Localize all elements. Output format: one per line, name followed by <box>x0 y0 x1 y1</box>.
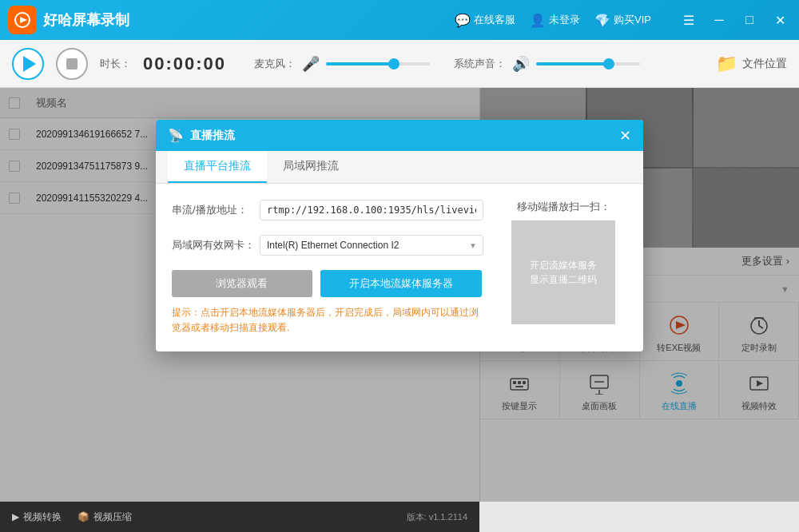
browse-btn[interactable]: 浏览器观看 <box>172 270 312 297</box>
tab-lan[interactable]: 局域网推流 <box>267 151 355 183</box>
window-controls: ☰ ─ □ ✕ <box>678 9 791 31</box>
sys-audio-section: 系统声音： 🔊 <box>454 55 640 73</box>
bottom-bar: ▶ 视频转换 📦 视频压缩 版本: v1.1.2114 <box>0 502 479 532</box>
nic-select[interactable]: Intel(R) Ethernet Connection I2 <box>260 235 483 256</box>
tab-platform[interactable]: 直播平台推流 <box>168 151 267 183</box>
video-compress-btn[interactable]: 📦 视频压缩 <box>78 510 132 524</box>
folder-icon: 📁 <box>716 54 737 74</box>
minimize-btn[interactable]: ─ <box>708 9 730 31</box>
mic-slider[interactable] <box>326 62 430 66</box>
dialog-title-icon: 📡 <box>168 128 184 143</box>
dialog-tabs: 直播平台推流 局域网推流 <box>156 151 643 184</box>
qr-code-area: 开启流媒体服务 显示直播二维码 <box>511 220 615 324</box>
start-service-btn[interactable]: 开启本地流媒体服务器 <box>320 270 483 297</box>
dialog-title-bar: 📡 直播推流 ✕ <box>156 120 643 151</box>
dialog-title: 直播推流 <box>190 129 235 143</box>
app-logo <box>8 6 37 34</box>
title-bar: 好哈屏幕录制 💬 在线客服 👤 未登录 💎 购买VIP ☰ ─ □ ✕ <box>0 0 799 40</box>
mic-label: 麦克风： <box>254 57 296 71</box>
title-bar-right: 💬 在线客服 👤 未登录 💎 购买VIP ☰ ─ □ ✕ <box>455 9 791 31</box>
record-button[interactable] <box>12 48 44 80</box>
online-service-btn[interactable]: 💬 在线客服 <box>455 13 515 28</box>
version-text: 版本: v1.1.2114 <box>407 511 467 523</box>
maximize-btn[interactable]: □ <box>738 9 761 31</box>
vip-icon: 💎 <box>594 13 610 28</box>
qr-service-text: 开启流媒体服务 显示直播二维码 <box>530 258 597 287</box>
nic-row: 局域网有效网卡： Intel(R) Ethernet Connection I2… <box>172 235 483 256</box>
user-icon: 👤 <box>530 13 546 28</box>
stream-url-input[interactable] <box>260 200 483 220</box>
action-btn-row: 浏览器观看 开启本地流媒体服务器 <box>172 270 483 297</box>
svg-marker-1 <box>20 17 27 23</box>
stop-icon <box>66 58 78 69</box>
app-title: 好哈屏幕录制 <box>43 10 129 30</box>
livestream-dialog: 📡 直播推流 ✕ 直播平台推流 局域网推流 串流/播放地址： 局域网有效网卡： … <box>156 120 643 351</box>
dialog-left: 串流/播放地址： 局域网有效网卡： Intel(R) Ethernet Conn… <box>172 200 483 335</box>
duration-value: 00:00:00 <box>143 54 226 74</box>
login-btn[interactable]: 👤 未登录 <box>530 13 580 28</box>
menu-btn[interactable]: ☰ <box>678 9 700 31</box>
mic-icon: 🎤 <box>302 55 320 73</box>
toolbar: 时长： 00:00:00 麦克风： 🎤 系统声音： 🔊 📁 文件位置 <box>0 40 799 88</box>
buy-vip-btn[interactable]: 💎 购买VIP <box>594 13 651 28</box>
sys-audio-slider[interactable] <box>536 62 640 66</box>
convert-icon: ▶ <box>12 511 19 522</box>
stop-button[interactable] <box>56 48 88 80</box>
mic-section: 麦克风： 🎤 <box>254 55 430 73</box>
file-location-btn[interactable]: 📁 文件位置 <box>716 54 787 74</box>
hint-text: 提示：点击开启本地流媒体服务器后，开启完成后，局域网内可以通过浏览器或者移动扫描… <box>172 305 483 335</box>
compress-icon: 📦 <box>78 511 89 522</box>
logo-area: 好哈屏幕录制 <box>8 6 455 34</box>
dialog-right: 移动端播放扫一扫： 开启流媒体服务 显示直播二维码 <box>499 200 627 335</box>
stream-url-label: 串流/播放地址： <box>172 203 252 217</box>
dialog-close-btn[interactable]: ✕ <box>619 129 631 143</box>
dialog-body: 直播平台推流 局域网推流 串流/播放地址： 局域网有效网卡： Intel(R) … <box>156 151 643 351</box>
nic-select-wrapper: Intel(R) Ethernet Connection I2 ▼ <box>260 235 483 256</box>
headset-icon: 💬 <box>455 13 471 28</box>
qr-label: 移动端播放扫一扫： <box>517 200 610 214</box>
duration-label: 时长： <box>100 57 131 71</box>
dialog-content: 串流/播放地址： 局域网有效网卡： Intel(R) Ethernet Conn… <box>156 184 643 351</box>
sys-audio-label: 系统声音： <box>454 57 506 71</box>
stream-url-row: 串流/播放地址： <box>172 200 483 220</box>
play-icon <box>23 56 36 72</box>
video-convert-btn[interactable]: ▶ 视频转换 <box>12 510 62 524</box>
nic-label: 局域网有效网卡： <box>172 238 252 252</box>
speaker-icon: 🔊 <box>512 55 530 73</box>
bottom-tools: ▶ 视频转换 📦 视频压缩 <box>12 510 132 524</box>
close-btn[interactable]: ✕ <box>769 9 791 31</box>
